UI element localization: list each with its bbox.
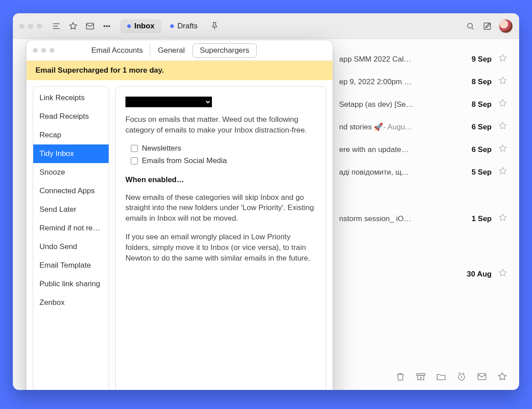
message-date: 9 Sep [461, 55, 492, 64]
search-icon[interactable] [465, 21, 476, 31]
folder-icon[interactable] [436, 371, 446, 382]
sidebar-item-remind-if-not-replied[interactable]: Remind if not re… [33, 219, 109, 238]
star-icon[interactable] [498, 98, 508, 110]
message-date: 5 Sep [461, 168, 492, 177]
opt-newsletters[interactable]: Newsletters [129, 144, 316, 153]
main-window: Inbox Drafts app SMM 2022 Cal… 9 Sep ep [13, 13, 519, 390]
checkbox-newsletters[interactable] [131, 145, 138, 152]
traffic-min[interactable] [28, 23, 33, 29]
svg-rect-0 [86, 23, 94, 29]
traffic-close[interactable] [33, 48, 38, 53]
unread-dot-icon [127, 24, 131, 28]
sidebar-item-read-receipts[interactable]: Read Receipts [33, 107, 109, 126]
message-list: app SMM 2022 Cal… 9 Sep ep 9, 2022 2:00p… [339, 53, 508, 280]
star-icon[interactable] [498, 213, 508, 225]
traffic-min[interactable] [41, 48, 46, 53]
message-row[interactable]: nd stories 🚀- Augu… 6 Sep [339, 121, 508, 133]
message-subject: nd stories 🚀- Augu… [339, 122, 454, 132]
sidebar-item-tidy-inbox[interactable]: Tidy Inbox [33, 144, 109, 163]
trash-icon[interactable] [395, 371, 406, 382]
opt-label: Newsletters [142, 144, 181, 153]
archive-icon[interactable] [415, 371, 426, 382]
preferences-header: Email Accounts General Superchargers [27, 40, 332, 61]
star-icon[interactable] [498, 76, 508, 88]
message-row[interactable]: nstorm session_ iO… 1 Sep [339, 213, 508, 225]
pin-icon[interactable] [209, 21, 220, 31]
avatar[interactable] [499, 19, 513, 33]
opt-label: Emails from Social Media [142, 156, 227, 165]
tab-label: Drafts [177, 22, 197, 31]
message-subject: Setapp (as dev) [Se… [339, 100, 454, 109]
star-icon[interactable] [498, 144, 508, 156]
svg-rect-9 [478, 374, 486, 380]
message-subject: ep 9, 2022 2:00pm … [339, 78, 454, 86]
message-row[interactable]: Setapp (as dev) [Se… 8 Sep [339, 98, 508, 110]
star-icon[interactable] [498, 166, 508, 178]
prefs-traffic-lights [33, 48, 55, 53]
sidebar-item-send-later[interactable]: Send Later [33, 200, 109, 219]
tab-label: Inbox [134, 22, 154, 31]
sidebar-item-undo-send[interactable]: Undo Send [33, 238, 109, 256]
sidebar-item-recap[interactable]: Recap [33, 126, 109, 144]
traffic-max[interactable] [37, 23, 42, 29]
supercharger-list: Link Receipts Read Receipts Recap Tidy I… [33, 86, 109, 390]
message-subject: app SMM 2022 Cal… [339, 55, 454, 64]
message-date: 8 Sep [461, 78, 492, 86]
star-icon[interactable] [498, 121, 508, 133]
when-enabled-heading: When enabled… [125, 175, 316, 184]
sidebar-item-snooze[interactable]: Snooze [33, 163, 109, 182]
message-gap [339, 235, 508, 257]
sidebar-item-email-template[interactable]: Email Template [33, 256, 109, 275]
prefs-segmented-control: Email Accounts General Superchargers [84, 43, 257, 58]
tab-bar: Inbox Drafts [120, 19, 220, 33]
prefs-body: Link Receipts Read Receipts Recap Tidy I… [27, 80, 332, 390]
traffic-lights [19, 23, 42, 29]
tab-drafts[interactable]: Drafts [163, 19, 204, 33]
message-row[interactable]: app SMM 2022 Cal… 9 Sep [339, 53, 508, 65]
tab-inbox[interactable]: Inbox [120, 19, 161, 33]
svg-point-4 [468, 23, 473, 28]
message-gap [339, 189, 508, 202]
account-select[interactable] [125, 97, 212, 107]
star-icon[interactable] [497, 371, 508, 382]
checkbox-social-media[interactable] [131, 157, 138, 164]
star-icon[interactable] [68, 21, 78, 31]
seg-email-accounts[interactable]: Email Accounts [84, 43, 150, 58]
message-date: 30 Aug [461, 270, 492, 279]
star-icon[interactable] [498, 53, 508, 65]
mail-icon[interactable] [477, 371, 487, 382]
snooze-icon[interactable] [456, 371, 467, 382]
message-row[interactable]: аді повідомити, щ… 5 Sep [339, 166, 508, 178]
message-row[interactable]: 30 Aug [339, 268, 508, 280]
sidebar-item-public-link-sharing[interactable]: Public link sharing [33, 275, 109, 293]
opt-social-media[interactable]: Emails from Social Media [129, 156, 316, 166]
more-icon[interactable] [102, 21, 112, 31]
message-date: 6 Sep [461, 123, 492, 132]
traffic-close[interactable] [19, 23, 24, 29]
supercharged-banner: Email Supercharged for 1 more day. [27, 61, 332, 80]
toolbar: Inbox Drafts [13, 13, 519, 39]
sidebar-toggle-icon[interactable] [51, 21, 62, 31]
sidebar-item-zenbox[interactable]: Zenbox [33, 293, 109, 312]
unread-dot-icon [170, 24, 174, 28]
compose-icon[interactable] [482, 21, 493, 31]
focus-description: Focus on emails that matter. Weed out th… [125, 114, 316, 136]
when-enabled-para-2: If you see an email wrongly placed in Lo… [125, 232, 316, 263]
sidebar-item-link-receipts[interactable]: Link Receipts [33, 89, 109, 107]
message-row[interactable]: ere with an update… 6 Sep [339, 144, 508, 156]
message-row[interactable]: ep 9, 2022 2:00pm … 8 Sep [339, 76, 508, 88]
svg-point-2 [106, 25, 108, 27]
sidebar-item-connected-apps[interactable]: Connected Apps [33, 182, 109, 200]
traffic-max[interactable] [50, 48, 55, 53]
bottom-action-bar [395, 371, 508, 382]
category-options: Newsletters Emails from Social Media [129, 144, 316, 166]
message-date: 1 Sep [461, 214, 492, 223]
inbox-icon[interactable] [85, 21, 95, 31]
seg-general[interactable]: General [150, 43, 192, 58]
message-subject: ere with an update… [339, 145, 454, 154]
svg-point-1 [104, 25, 105, 27]
star-icon[interactable] [498, 268, 508, 280]
message-subject: аді повідомити, щ… [339, 168, 454, 177]
message-date: 8 Sep [461, 100, 492, 109]
seg-superchargers[interactable]: Superchargers [192, 43, 257, 58]
